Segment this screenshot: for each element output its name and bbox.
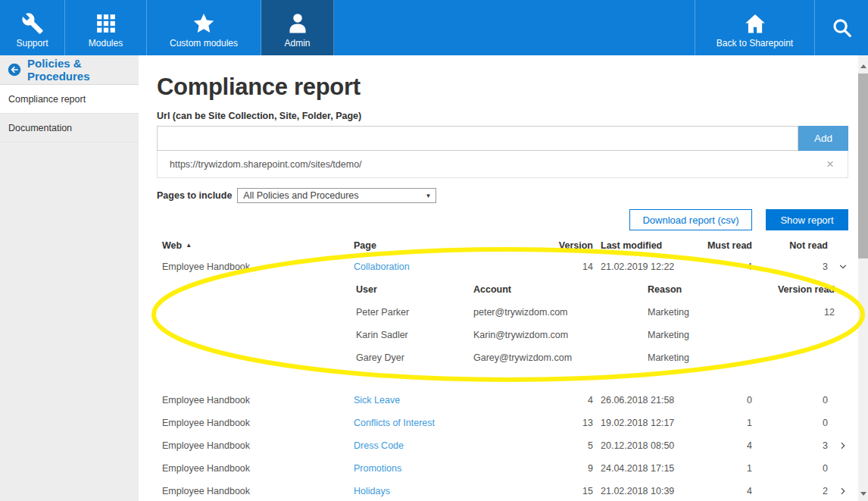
user-cell: Garey Dyer	[356, 352, 473, 363]
nav-tab-back-to-sharepoint[interactable]: Back to Sharepoint	[695, 0, 815, 55]
last-modified-cell: 24.04.2018 17:15	[593, 463, 707, 474]
nav-tab-custom-modules[interactable]: Custom modules	[147, 0, 261, 55]
added-url-row: https://trywizdom.sharepoint.com/sites/t…	[157, 151, 848, 178]
page-link[interactable]: Promotions	[354, 463, 401, 474]
web-cell: Employee Handbook	[157, 463, 354, 474]
home-icon	[744, 8, 767, 35]
version-cell: 15	[535, 486, 593, 496]
reason-cell: Marketing	[648, 330, 754, 340]
not-read-cell: 2	[752, 486, 828, 496]
version-read-cell: 12	[754, 307, 835, 318]
must-read-cell: 0	[707, 395, 752, 405]
version-cell: 5	[535, 440, 593, 451]
not-read-cell: 0	[752, 463, 828, 474]
chevron-down-icon[interactable]	[838, 261, 848, 272]
url-input[interactable]	[157, 126, 798, 151]
sidebar-back-label: Policies & Procedures	[27, 57, 139, 83]
user-cell: Peter Parker	[356, 307, 473, 318]
nav-tabs: SupportModulesCustom modulesAdmin	[0, 0, 334, 55]
nav-tab-label: Modules	[89, 38, 123, 49]
detail-header-reason: Reason	[648, 284, 754, 295]
column-header-not-read[interactable]: Not read	[752, 240, 828, 251]
table-row: Employee HandbookSick Leave426.06.2018 2…	[157, 389, 848, 412]
sidebar-item-compliance-report[interactable]: Compliance report	[0, 85, 139, 114]
scroll-down-arrow[interactable]	[858, 488, 868, 499]
must-read-cell: 1	[707, 463, 752, 474]
not-read-cell: 0	[752, 418, 828, 428]
detail-row: Karin SadlerKarin@trywizdom.comMarketing	[356, 324, 848, 346]
table-body: Employee HandbookCollaboration1421.02.20…	[157, 255, 848, 501]
detail-header-user: User	[356, 284, 473, 295]
download-report-button[interactable]: Download report (csv)	[629, 209, 752, 230]
not-read-cell: 3	[752, 440, 828, 451]
nav-tab-modules[interactable]: Modules	[65, 0, 147, 55]
must-read-cell: 4	[707, 486, 752, 496]
page-link[interactable]: Conflicts of Interest	[354, 418, 435, 428]
account-cell: Karin@trywizdom.com	[473, 330, 648, 340]
added-url-text: https://trywizdom.sharepoint.com/sites/t…	[170, 159, 362, 170]
page-link[interactable]: Sick Leave	[354, 395, 400, 405]
table-row: Employee HandbookHolidays1521.02.2018 10…	[157, 480, 848, 501]
column-header-version[interactable]: Version	[535, 240, 593, 251]
nav-tab-support[interactable]: Support	[0, 0, 65, 55]
web-cell: Employee Handbook	[157, 440, 354, 451]
sidebar-items: Compliance reportDocumentation	[0, 85, 139, 142]
column-header-must-read[interactable]: Must read	[707, 240, 752, 251]
version-cell: 4	[535, 395, 593, 405]
column-header-last-modified[interactable]: Last modified	[593, 240, 707, 251]
page-link[interactable]: Holidays	[354, 486, 390, 496]
expand-toggle-cell	[828, 261, 848, 272]
table-row: Employee HandbookPromotions924.04.2018 1…	[157, 457, 848, 480]
version-cell: 14	[535, 261, 593, 272]
not-read-cell: 3	[752, 261, 828, 272]
expand-toggle-cell	[828, 486, 848, 496]
version-cell: 13	[535, 418, 593, 428]
search-button[interactable]	[815, 0, 868, 55]
sidebar-item-label: Documentation	[8, 123, 72, 133]
reason-cell: Marketing	[648, 307, 754, 318]
chevron-right-icon[interactable]	[838, 440, 848, 451]
nav-tab-label: Back to Sharepoint	[717, 38, 793, 49]
sort-ascending-icon: ▲	[186, 242, 192, 249]
pages-to-include-select[interactable]: All Policies and Procedures ▼	[237, 188, 436, 203]
web-cell: Employee Handbook	[157, 486, 354, 496]
page-link[interactable]: Dress Code	[354, 440, 404, 451]
detail-header-account: Account	[473, 284, 648, 295]
detail-header-version-read: Version read	[754, 284, 835, 295]
detail-row: Peter Parkerpeter@trywizdom.comMarketing…	[356, 301, 848, 324]
account-cell: Garey@trywizdom.com	[473, 352, 648, 363]
nav-tab-label: Admin	[284, 38, 310, 49]
column-header-page[interactable]: Page	[354, 240, 535, 251]
pages-to-include-row: Pages to include All Policies and Proced…	[157, 188, 858, 203]
show-report-button[interactable]: Show report	[766, 209, 848, 230]
sidebar-back-policies-procedures[interactable]: Policies & Procedures	[0, 55, 139, 85]
table-row: Employee HandbookDress Code520.12.2018 0…	[157, 434, 848, 457]
url-input-row: Add	[157, 126, 848, 151]
search-icon	[832, 17, 852, 38]
pages-to-include-label: Pages to include	[157, 190, 232, 201]
nav-tab-admin[interactable]: Admin	[261, 0, 334, 55]
detail-header-row: UserAccountReasonVersion read	[356, 278, 848, 301]
expand-toggle-cell	[828, 440, 848, 451]
pages-to-include-value: All Policies and Procedures	[243, 190, 358, 201]
grid-icon	[95, 8, 117, 35]
detail-row: Garey DyerGarey@trywizdom.comMarketing	[356, 346, 848, 369]
web-cell: Employee Handbook	[157, 418, 354, 428]
column-header-web[interactable]: Web▲	[157, 240, 354, 251]
page-link[interactable]: Collaboration	[354, 261, 410, 272]
sidebar-item-documentation[interactable]: Documentation	[0, 114, 139, 142]
compliance-report-table: Web▲ Page Version Last modified Must rea…	[157, 236, 848, 501]
main-content: Compliance report Url (can be Site Colle…	[139, 55, 858, 501]
vertical-scrollbar[interactable]	[858, 55, 868, 501]
nav-right-tabs: Back to Sharepoint	[695, 0, 815, 55]
add-url-button[interactable]: Add	[798, 126, 848, 151]
table-header-row: Web▲ Page Version Last modified Must rea…	[157, 236, 848, 255]
last-modified-cell: 26.06.2018 21:58	[593, 395, 707, 405]
last-modified-cell: 21.02.2018 10:39	[593, 486, 707, 496]
scrollbar-thumb[interactable]	[858, 74, 868, 258]
nav-tab-label: Support	[16, 38, 48, 49]
last-modified-cell: 20.12.2018 08:50	[593, 440, 707, 451]
remove-url-icon[interactable]: ×	[826, 158, 834, 171]
chevron-right-icon[interactable]	[838, 486, 848, 496]
scroll-up-arrow[interactable]	[858, 61, 868, 71]
